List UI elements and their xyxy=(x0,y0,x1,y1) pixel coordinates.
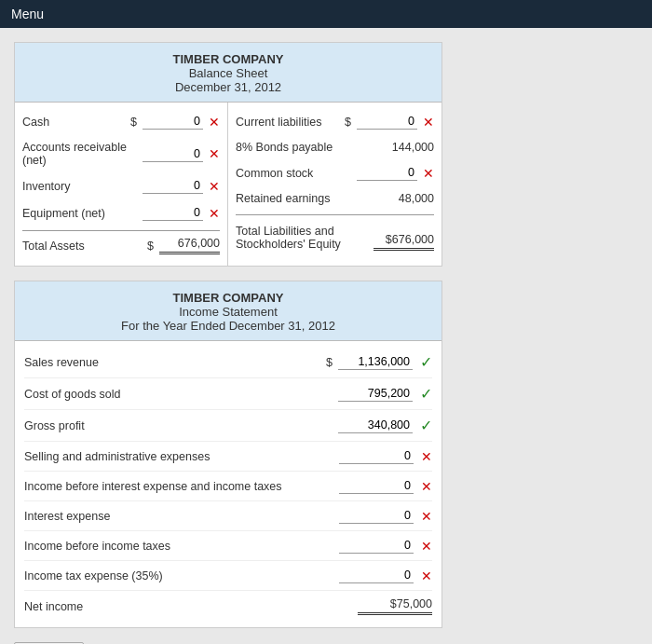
is-input-cogs[interactable] xyxy=(338,386,413,402)
is-label-income-before-taxes: Income before income taxes xyxy=(24,540,333,553)
is-row-tax: Income tax expense (35%) ✕ xyxy=(24,561,432,591)
bs-row-bonds: 8% Bonds payable 144,000 xyxy=(236,135,434,159)
bs-dollar-cash: $ xyxy=(130,116,137,129)
page-content: TIMBER COMPANY Balance Sheet December 31… xyxy=(0,28,652,644)
is-label-gross-profit: Gross profit xyxy=(24,419,333,432)
is-label-income-before-interest: Income before interest expense and incom… xyxy=(24,480,333,493)
is-label-interest: Interest expense xyxy=(24,510,333,523)
is-row-income-before-taxes: Income before income taxes ✕ xyxy=(24,531,432,561)
bs-company-name: TIMBER COMPANY xyxy=(20,52,436,66)
is-row-interest: Interest expense ✕ xyxy=(24,501,432,531)
bs-x-common-stock[interactable]: ✕ xyxy=(423,166,434,181)
is-label-net-income: Net income xyxy=(24,600,352,613)
bs-row-inventory: Inventory ✕ xyxy=(22,172,220,199)
menu-label[interactable]: Menu xyxy=(11,7,44,21)
bs-row-cash: Cash $ ✕ xyxy=(22,108,220,135)
bs-total-right-value: $676,000 xyxy=(374,233,434,251)
bs-total-assets-value: 676,000 xyxy=(159,237,220,254)
is-x-interest[interactable]: ✕ xyxy=(421,509,432,524)
bs-total-dollar: $ xyxy=(147,240,154,253)
is-input-tax[interactable] xyxy=(339,568,414,583)
is-check-cogs: ✓ xyxy=(420,385,432,403)
is-total-net-income: $75,000 xyxy=(358,597,432,615)
is-label-tax: Income tax expense (35%) xyxy=(24,569,333,582)
bs-total-assets-row: Total Assets $ 676,000 xyxy=(22,230,220,260)
bs-label-ar: Accounts receivable (net) xyxy=(22,141,139,167)
is-input-gross-profit[interactable] xyxy=(338,418,413,433)
is-row-income-before-interest: Income before interest expense and incom… xyxy=(24,472,432,501)
bs-total-liab-label: Total Liabilities and xyxy=(236,225,341,238)
bs-label-common-stock: Common stock xyxy=(236,167,353,180)
bs-input-current-liab[interactable] xyxy=(357,114,417,130)
bs-total-right-labels: Total Liabilities and Stockholders' Equi… xyxy=(236,225,341,251)
bs-input-equipment[interactable] xyxy=(143,205,203,221)
income-statement-card: TIMBER COMPANY Income Statement For the … xyxy=(14,281,442,628)
bs-x-cash[interactable]: ✕ xyxy=(209,115,220,130)
bs-input-cash[interactable] xyxy=(143,114,203,130)
bs-dollar-curr-liab: $ xyxy=(345,116,351,129)
bs-row-current-liab: Current liabilities $ ✕ xyxy=(236,108,434,135)
bs-label-current-liab: Current liabilities xyxy=(236,116,341,129)
is-x-income-before-taxes[interactable]: ✕ xyxy=(421,539,432,554)
bs-row-equipment: Equipment (net) ✕ xyxy=(22,199,220,226)
bs-right-column: Current liabilities $ ✕ 8% Bonds payable… xyxy=(228,103,441,266)
is-input-sales[interactable] xyxy=(338,354,413,370)
balance-sheet-header: TIMBER COMPANY Balance Sheet December 31… xyxy=(15,43,441,103)
bs-input-ar[interactable] xyxy=(143,146,203,162)
is-input-selling[interactable] xyxy=(339,448,414,464)
is-check-gross-profit: ✓ xyxy=(420,417,432,434)
bs-row-retained: Retained earnings 48,000 xyxy=(236,186,434,211)
is-doc-type: Income Statement xyxy=(20,305,436,319)
bs-label-retained: Retained earnings xyxy=(236,192,370,205)
bs-label-bonds: 8% Bonds payable xyxy=(236,141,370,154)
is-input-interest[interactable] xyxy=(339,508,414,524)
is-dollar-sales: $ xyxy=(326,356,333,369)
is-input-income-before-taxes[interactable] xyxy=(339,538,414,554)
bs-x-current-liab[interactable]: ✕ xyxy=(423,115,434,130)
bs-total-right-section: Total Liabilities and Stockholders' Equi… xyxy=(236,214,434,253)
bs-label-cash: Cash xyxy=(22,116,127,129)
balance-sheet-card: TIMBER COMPANY Balance Sheet December 31… xyxy=(14,42,442,267)
bs-row-ar: Accounts receivable (net) ✕ xyxy=(22,135,220,172)
bs-row-common-stock: Common stock ✕ xyxy=(236,159,434,186)
bs-x-ar[interactable]: ✕ xyxy=(209,146,220,161)
bs-input-inventory[interactable] xyxy=(143,178,203,194)
bs-value-retained: 48,000 xyxy=(374,192,434,205)
bs-total-equity-label: Stockholders' Equity xyxy=(236,238,341,251)
is-x-selling[interactable]: ✕ xyxy=(421,449,432,464)
is-doc-date: For the Year Ended December 31, 2012 xyxy=(20,319,436,333)
bs-x-inventory[interactable]: ✕ xyxy=(209,179,220,194)
bs-doc-type: Balance Sheet xyxy=(20,66,436,80)
is-row-sales: Sales revenue $ ✓ xyxy=(24,347,432,378)
is-x-tax[interactable]: ✕ xyxy=(421,569,432,583)
is-input-income-before-interest[interactable] xyxy=(339,478,414,494)
income-statement-body: Sales revenue $ ✓ Cost of goods sold ✓ G… xyxy=(15,341,441,627)
is-label-selling: Selling and administrative expenses xyxy=(24,450,333,463)
bs-left-column: Cash $ ✕ Accounts receivable (net) ✕ Inv… xyxy=(15,103,228,266)
bs-total-right-row: Total Liabilities and Stockholders' Equi… xyxy=(236,219,434,253)
bs-doc-date: December 31, 2012 xyxy=(20,80,436,94)
bs-x-equipment[interactable]: ✕ xyxy=(209,206,220,221)
is-company-name: TIMBER COMPANY xyxy=(20,291,436,305)
top-bar: Menu xyxy=(0,0,652,28)
bs-input-common-stock[interactable] xyxy=(357,165,417,181)
bs-label-inventory: Inventory xyxy=(22,180,139,193)
income-statement-header: TIMBER COMPANY Income Statement For the … xyxy=(15,281,441,341)
is-row-cogs: Cost of goods sold ✓ xyxy=(24,378,432,410)
is-row-selling: Selling and administrative expenses ✕ xyxy=(24,442,432,472)
is-row-net-income: Net income $75,000 xyxy=(24,591,432,622)
bs-total-assets-label: Total Assets xyxy=(22,240,143,253)
is-check-sales: ✓ xyxy=(420,353,432,371)
is-row-gross-profit: Gross profit ✓ xyxy=(24,410,432,442)
bs-value-bonds: 144,000 xyxy=(374,141,434,154)
bs-label-equipment: Equipment (net) xyxy=(22,207,139,220)
balance-sheet-body: Cash $ ✕ Accounts receivable (net) ✕ Inv… xyxy=(15,103,441,266)
is-label-sales: Sales revenue xyxy=(24,356,320,369)
is-x-income-before-interest[interactable]: ✕ xyxy=(421,479,432,494)
is-label-cogs: Cost of goods sold xyxy=(24,388,333,401)
